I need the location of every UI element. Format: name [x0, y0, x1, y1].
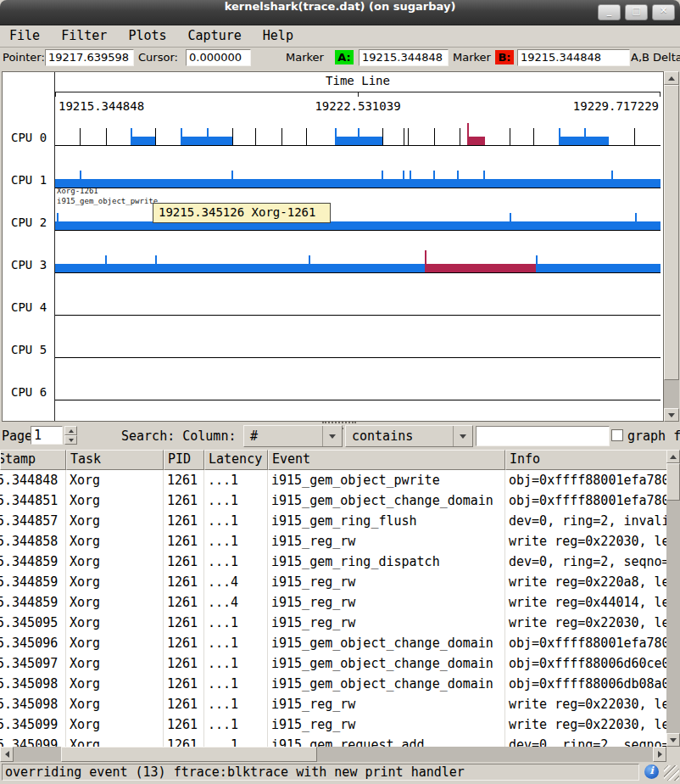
- table-cell: Xorg: [66, 674, 164, 694]
- table-row[interactable]: 5.345099Xorg1261...1i915_reg_rwwrite reg…: [0, 714, 666, 735]
- chevron-down-icon: [322, 426, 342, 446]
- graph-follows-checkbox[interactable]: [611, 429, 623, 441]
- table-cell: dev=0, ring=2, invali: [505, 511, 666, 531]
- table-cell: 1261: [164, 470, 204, 490]
- table-row[interactable]: 5.345098Xorg1261...1i915_gem_object_chan…: [0, 674, 666, 694]
- table-cell: Xorg: [66, 572, 164, 592]
- column-select[interactable]: #: [243, 425, 343, 447]
- table-cell: 5.344851: [0, 490, 66, 511]
- table-cell: 5.345099: [0, 714, 66, 735]
- table-vscrollbar[interactable]: [666, 450, 680, 747]
- header-event[interactable]: Event: [268, 450, 505, 470]
- table-cell: i915_gem_ring_flush: [268, 511, 505, 531]
- cpu-bar-blue: [131, 137, 155, 145]
- event-tick: [335, 128, 337, 137]
- scroll-left-button[interactable]: [0, 747, 14, 762]
- cpu-bar-blue: [559, 137, 609, 145]
- page-spin-up[interactable]: [64, 426, 77, 435]
- table-row[interactable]: 5.345098Xorg1261...1i915_reg_rwwrite reg…: [0, 694, 666, 714]
- table-cell: ...1: [204, 531, 268, 552]
- menu-capture[interactable]: Capture: [182, 25, 248, 47]
- cpu-baseline: [55, 188, 660, 188]
- menu-plots[interactable]: Plots: [122, 25, 172, 47]
- table-cell: ...1: [204, 633, 268, 653]
- timeline-tick-label-end: 19229.717229: [55, 99, 659, 113]
- table-cell: 1261: [164, 694, 204, 714]
- header-latency[interactable]: Latency: [204, 450, 268, 470]
- marker-info-bar: Pointer: 19217.639598 Cursor: 0.000000 M…: [0, 48, 680, 68]
- graph-follows-label: graph follows: [627, 428, 680, 444]
- cursor-value: 0.000000: [186, 49, 251, 66]
- scrollbar-thumb[interactable]: [666, 463, 680, 501]
- table-row[interactable]: 5.344848Xorg1261...1i915_gem_object_pwri…: [0, 470, 666, 490]
- event-tick: [467, 123, 469, 137]
- scrollbar-thumb[interactable]: [61, 747, 317, 762]
- cursor-label: Cursor:: [138, 51, 178, 64]
- menu-filter[interactable]: Filter: [55, 25, 113, 47]
- table-cell: 5.345098: [0, 674, 66, 694]
- event-tick: [533, 128, 534, 145]
- scroll-up-button[interactable]: [664, 71, 679, 85]
- marker-a-value: 19215.344848: [359, 49, 449, 66]
- resize-grip-icon[interactable]: [664, 765, 679, 781]
- table-row[interactable]: 5.344857Xorg1261...1i915_gem_ring_flushd…: [0, 511, 666, 531]
- page-input[interactable]: [31, 426, 63, 445]
- table-cell: ...1: [204, 714, 268, 735]
- menu-file[interactable]: File: [3, 25, 46, 47]
- table-row[interactable]: 5.344851Xorg1261...1i915_gem_object_chan…: [0, 490, 666, 511]
- table-cell: Xorg: [66, 653, 164, 674]
- table-cell: 5.345096: [0, 633, 66, 653]
- ruler-tick: [660, 92, 660, 97]
- table-cell: ...1: [204, 470, 268, 490]
- marker-a-badge: A:: [335, 50, 354, 64]
- event-tick: [281, 128, 282, 145]
- cpu-label: CPU 0: [11, 131, 55, 144]
- event-tick: [382, 171, 383, 179]
- event-tick: [105, 255, 107, 264]
- table-row[interactable]: 5.344858Xorg1261...1i915_reg_rwwrite reg…: [0, 531, 666, 552]
- table-cell: ...1: [204, 613, 268, 633]
- page-spin-down[interactable]: [64, 435, 77, 445]
- table-row[interactable]: 5.345097Xorg1261...1i915_gem_object_chan…: [0, 653, 666, 674]
- header-task[interactable]: Task: [66, 450, 164, 470]
- table-cell: 1261: [164, 674, 204, 694]
- maximize-button[interactable]: □: [625, 4, 648, 20]
- table-cell: 5.345099: [0, 735, 66, 747]
- table-hscrollbar[interactable]: [0, 747, 666, 762]
- table-row[interactable]: 5.344859Xorg1261...4i915_reg_rwwrite reg…: [0, 592, 666, 613]
- search-column-label: Search: Column:: [121, 428, 236, 444]
- close-button[interactable]: ✕: [652, 4, 675, 20]
- event-tick: [181, 128, 182, 137]
- scroll-down-button[interactable]: [664, 408, 679, 422]
- graph-vscrollbar[interactable]: [664, 71, 679, 422]
- table-row[interactable]: 5.345096Xorg1261...1i915_gem_object_chan…: [0, 633, 666, 653]
- info-icon[interactable]: i: [644, 764, 659, 779]
- header-info[interactable]: Info: [505, 450, 666, 470]
- table-cell: ...1: [204, 653, 268, 674]
- table-row[interactable]: 5.344859Xorg1261...4i915_reg_rwwrite reg…: [0, 572, 666, 592]
- minimize-button[interactable]: _: [598, 4, 621, 20]
- cpu-baseline: [55, 400, 660, 400]
- scroll-down-button[interactable]: [666, 733, 680, 747]
- search-input[interactable]: [476, 426, 610, 446]
- scrollbar-track[interactable]: [666, 501, 680, 733]
- table-row[interactable]: 5.345099Xorg1261...1i915_gem_request_add…: [0, 735, 666, 747]
- table-cell: Xorg: [66, 592, 164, 613]
- menu-help[interactable]: Help: [257, 25, 299, 47]
- scroll-up-button[interactable]: [666, 450, 680, 463]
- event-tick: [155, 128, 156, 145]
- table-row[interactable]: 5.344859Xorg1261...1i915_gem_ring_dispat…: [0, 552, 666, 572]
- table-cell: i915_gem_request_add: [268, 735, 505, 747]
- table-cell: obj=0xffff88001efa780: [505, 470, 666, 490]
- header-stamp[interactable]: Stamp: [0, 450, 66, 470]
- cpu-bar-blue: [55, 264, 425, 272]
- ab-delta-label: A,B Delta:: [631, 51, 680, 64]
- match-select[interactable]: contains: [345, 425, 473, 447]
- scroll-right-button[interactable]: [653, 747, 666, 762]
- graph-canvas[interactable]: Time Line 19215.344848 19222.531039 1922…: [2, 71, 664, 422]
- scrollbar-thumb[interactable]: [664, 85, 679, 380]
- scrollbar-track[interactable]: [664, 380, 679, 408]
- header-pid[interactable]: PID: [164, 450, 204, 470]
- table-row[interactable]: 5.345095Xorg1261...1i915_reg_rwwrite reg…: [0, 613, 666, 633]
- table-cell: dev=0, ring=2, seqno=: [505, 735, 666, 747]
